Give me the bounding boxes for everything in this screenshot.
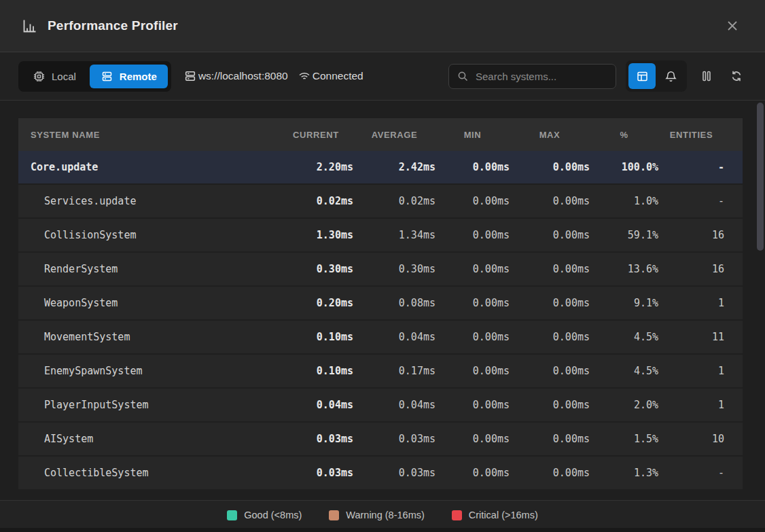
search-input[interactable] <box>476 71 607 82</box>
min-cell: 0.00ms <box>435 433 510 445</box>
connection-mode-switch: Local Remote <box>18 61 171 92</box>
system-name-cell: CollectibleSystem <box>18 467 279 479</box>
remote-mode-button[interactable]: Remote <box>90 65 168 88</box>
connection-status: Connected <box>298 69 363 83</box>
table-row[interactable]: PlayerInputSystem 0.04ms 0.04ms 0.00ms 0… <box>18 389 743 421</box>
toolbar: Local Remote <box>0 52 765 101</box>
remote-label: Remote <box>120 71 157 82</box>
percent-cell: 1.3% <box>590 467 658 479</box>
system-name-cell: CollisionSystem <box>18 229 279 241</box>
average-cell: 0.02ms <box>353 195 435 207</box>
column-header[interactable]: CURRENT <box>279 130 353 140</box>
average-cell: 2.42ms <box>353 161 435 173</box>
connection-info: ws://localhost:8080 Connected <box>183 69 363 83</box>
legend-bar: Good (<8ms) Warning (8-16ms) Critical (>… <box>0 500 765 532</box>
legend-item: Good (<8ms) <box>227 510 302 520</box>
average-cell: 0.03ms <box>353 433 435 445</box>
table-row[interactable]: Services.update 0.02ms 0.02ms 0.00ms 0.0… <box>18 185 743 217</box>
current-cell: 0.03ms <box>279 467 353 479</box>
entities-cell: - <box>658 161 724 173</box>
system-name-cell: Services.update <box>18 195 279 207</box>
search-box <box>448 64 616 89</box>
toolbar-right <box>448 60 747 92</box>
max-cell: 0.00ms <box>510 263 590 275</box>
column-header[interactable]: ENTITIES <box>658 130 724 140</box>
column-header[interactable]: AVERAGE <box>353 130 435 140</box>
pause-icon <box>700 69 713 83</box>
current-cell: 0.20ms <box>279 297 353 309</box>
table-row[interactable]: CollectibleSystem 0.03ms 0.03ms 0.00ms 0… <box>18 457 743 489</box>
percent-cell: 1.5% <box>590 433 658 445</box>
legend-swatch <box>227 510 237 520</box>
percent-cell: 4.5% <box>590 331 658 343</box>
entities-cell: 1 <box>658 365 724 377</box>
percent-cell: 2.0% <box>590 399 658 411</box>
max-cell: 0.00ms <box>510 365 590 377</box>
column-header[interactable]: % <box>590 130 658 140</box>
table-row[interactable]: AISystem 0.03ms 0.03ms 0.00ms 0.00ms 1.5… <box>18 423 743 455</box>
column-header[interactable]: MIN <box>435 130 510 140</box>
table-row[interactable]: EnemySpawnSystem 0.10ms 0.17ms 0.00ms 0.… <box>18 355 743 387</box>
entities-cell: 11 <box>658 331 724 343</box>
pause-button[interactable] <box>696 63 717 89</box>
average-cell: 0.30ms <box>353 263 435 275</box>
current-cell: 0.04ms <box>279 399 353 411</box>
table-row[interactable]: MovementSystem 0.10ms 0.04ms 0.00ms 0.00… <box>18 321 743 353</box>
view-toggle-group <box>626 60 687 92</box>
min-cell: 0.00ms <box>435 297 510 309</box>
bar-chart-icon <box>22 18 37 33</box>
server-icon <box>183 69 197 83</box>
column-header[interactable]: SYSTEM NAME <box>18 130 279 140</box>
system-name-cell: WeaponSystem <box>18 297 279 309</box>
entities-cell: 10 <box>658 433 724 445</box>
refresh-button[interactable] <box>726 63 747 89</box>
average-cell: 0.03ms <box>353 467 435 479</box>
system-name-cell: PlayerInputSystem <box>18 399 279 411</box>
legend-swatch <box>452 510 462 520</box>
wifi-icon <box>298 69 311 83</box>
table-row[interactable]: Core.update 2.20ms 2.42ms 0.00ms 0.00ms … <box>18 151 743 183</box>
close-icon <box>726 19 739 33</box>
legend-item: Critical (>16ms) <box>452 510 538 520</box>
legend-label: Good (<8ms) <box>244 510 302 520</box>
current-cell: 0.10ms <box>279 331 353 343</box>
average-cell: 0.17ms <box>353 365 435 377</box>
legend-swatch <box>329 510 339 520</box>
table-row[interactable]: WeaponSystem 0.20ms 0.08ms 0.00ms 0.00ms… <box>18 287 743 319</box>
entities-cell: 16 <box>658 263 724 275</box>
cpu-chip-icon <box>33 70 46 83</box>
entities-cell: 1 <box>658 297 724 309</box>
min-cell: 0.00ms <box>435 399 510 411</box>
min-cell: 0.00ms <box>435 331 510 343</box>
system-name-cell: EnemySpawnSystem <box>18 365 279 377</box>
table-view-icon <box>636 70 649 83</box>
table-header: SYSTEM NAME CURRENT AVERAGE MIN MAX % EN… <box>18 118 743 151</box>
min-cell: 0.00ms <box>435 161 510 173</box>
legend-item: Warning (8-16ms) <box>329 510 425 520</box>
table-row[interactable]: RenderSystem 0.30ms 0.30ms 0.00ms 0.00ms… <box>18 253 743 285</box>
search-icon <box>457 71 469 82</box>
current-cell: 0.10ms <box>279 365 353 377</box>
legend-label: Critical (>16ms) <box>469 510 538 520</box>
content-area: SYSTEM NAME CURRENT AVERAGE MIN MAX % EN… <box>0 101 765 500</box>
notifications-button[interactable] <box>657 63 684 89</box>
titlebar: Performance Profiler <box>0 0 765 52</box>
refresh-icon <box>730 69 743 83</box>
scrollbar-thumb[interactable] <box>757 103 764 251</box>
percent-cell: 13.6% <box>590 263 658 275</box>
entities-cell: 1 <box>658 399 724 411</box>
average-cell: 0.04ms <box>353 331 435 343</box>
local-mode-button[interactable]: Local <box>22 65 87 88</box>
current-cell: 0.03ms <box>279 433 353 445</box>
entities-cell: - <box>658 195 724 207</box>
system-name-cell: Core.update <box>18 161 279 173</box>
table-row[interactable]: CollisionSystem 1.30ms 1.34ms 0.00ms 0.0… <box>18 219 743 251</box>
table-view-button[interactable] <box>628 63 656 89</box>
percent-cell: 9.1% <box>590 297 658 309</box>
min-cell: 0.00ms <box>435 365 510 377</box>
column-header[interactable]: MAX <box>510 130 590 140</box>
close-button[interactable] <box>722 15 743 37</box>
min-cell: 0.00ms <box>435 229 510 241</box>
current-cell: 2.20ms <box>279 161 353 173</box>
legend-label: Warning (8-16ms) <box>346 510 425 520</box>
